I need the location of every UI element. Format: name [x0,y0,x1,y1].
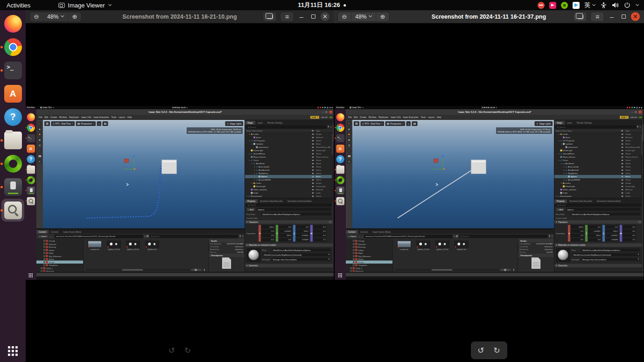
expand-plus-icon[interactable] [43,252,45,254]
expand-arrow-icon[interactable]: ▾ [563,166,565,168]
options-icon[interactable]: ≡ [639,126,641,128]
eye-icon[interactable] [312,166,314,167]
stage-search-input[interactable]: Search [555,125,636,129]
dock-item-firefox[interactable] [1,12,24,35]
expand-plus-icon[interactable] [43,255,45,257]
eye-icon[interactable] [312,182,314,184]
do-not-disturb-icon[interactable] [538,2,545,9]
back-button[interactable]: ‹ [358,235,360,238]
filter-icon[interactable] [239,235,241,237]
file-item[interactable]: lightbox_02.hdr [125,241,141,251]
matrix-value[interactable]: 1.0 [313,238,327,242]
dock-item-ubuntu-software[interactable] [1,82,24,105]
matrix-value[interactable]: 0.00649 [605,238,619,242]
stage-tab[interactable]: Stage [554,121,565,125]
content-tab[interactable]: Isaac Assets (Beta) [61,230,84,234]
dock-item-image-viewer[interactable] [1,199,24,222]
expand-arrow-icon[interactable]: ▾ [249,153,251,155]
stage-tab[interactable]: Render Settings [574,121,594,125]
eye-icon[interactable] [621,146,623,148]
eye-icon[interactable] [312,156,314,158]
property-tab[interactable]: Semantics Schema Editor [595,200,623,203]
stage-tree-row[interactable]: ▾ PhysicsScene PhysicsScene [554,155,642,159]
content-tab[interactable]: Content [346,230,358,234]
eye-icon[interactable] [312,169,314,171]
horizontal-scrollbar[interactable] [395,269,499,271]
checkpoints-header[interactable]: Checkpoints [209,254,245,258]
filter-icon[interactable] [327,126,329,128]
input-method-menu[interactable]: 英 [584,1,595,9]
stage-tree-row[interactable]: ▾ Sphere Mesh [245,175,333,178]
matrix-value[interactable]: 100.0 [571,225,584,229]
grid-view-icon[interactable] [204,269,206,271]
stage-tree-row[interactable]: ▾ DomeLight DomeLight [554,185,642,188]
content-search-input[interactable]: Search [459,235,547,238]
property-tab[interactable]: Semantics Schema Editor [285,200,314,203]
stage-tree-row[interactable]: ▾ AxisAzimuth Xform [554,168,642,172]
type-column-label[interactable]: Type [316,130,320,132]
stage-tree-row[interactable]: ▾ AxisNorth Xform [245,162,333,165]
property-tab[interactable]: Synthetic Data Recorder [567,200,595,203]
matrix-value[interactable]: 0.0 [623,234,636,237]
stage-tree-row[interactable]: ▾ Environment Xform [245,195,333,198]
stage-tree-row[interactable]: ▾ plane Material [245,136,333,139]
eye-icon[interactable] [621,192,623,194]
expand-plus-icon[interactable] [353,252,355,254]
expand-plus-icon[interactable] [350,267,352,269]
property-search-input[interactable]: Search [246,204,332,207]
eye-icon[interactable] [312,140,314,141]
matrix-value[interactable]: 0.00649 [296,238,309,242]
expand-plus-icon[interactable] [43,258,45,260]
stage-tree-row[interactable]: ▾ DomeLight DomeLight [554,149,642,152]
app-menu[interactable]: Image Viewer [58,2,111,9]
stage-tree-row[interactable]: ▾ Looks Scope [554,132,642,136]
eye-icon[interactable] [621,182,623,184]
axis-gizmo[interactable] [432,155,445,170]
eye-icon[interactable] [621,179,623,181]
matrix-value[interactable]: 0.0 [261,229,275,233]
stage-tree-row[interactable]: ▾ Cube Cube [245,191,333,195]
section-options-icon[interactable] [329,221,332,223]
stage-tree-row[interactable]: ▾ Environment Xform [554,195,642,198]
matrix-value[interactable]: -0.00002 [588,229,602,233]
matrix-value[interactable]: 0.0 [605,225,619,229]
geometry-section-header[interactable]: Geometry [554,264,642,268]
expand-arrow-icon[interactable]: ▾ [254,169,256,171]
content-tab[interactable]: Console [357,230,370,234]
green-app-tray-icon[interactable] [561,2,568,9]
dock-item-files[interactable] [1,129,24,152]
path-dropdown-icon[interactable] [144,235,146,237]
matrix-value[interactable]: 0.0 [623,229,636,233]
expand-plus-icon[interactable] [353,246,355,248]
stage-tree-row[interactable]: ▾ OCTCapsule Xform [554,139,642,142]
eye-icon[interactable] [621,137,623,138]
stage-tree-row[interactable]: ▾ ArrowsNWSE Xform [554,178,642,181]
property-tab[interactable]: Property [245,200,258,203]
path-field[interactable]: omniverse://localhost/NVIDIA/Environment… [55,235,143,238]
expand-plus-icon[interactable] [43,240,45,242]
expand-plus-icon[interactable] [353,249,355,251]
stage-tree-row[interactable]: ▾ attachment PhysxPhysicsAtt [554,146,642,149]
eye-icon[interactable] [312,153,314,154]
matrix-value[interactable]: -0.0 [261,238,275,242]
eye-icon[interactable] [621,176,623,177]
expand-plus-icon[interactable] [43,261,45,263]
stage-tree-row[interactable]: ▾ Looks Scope [245,181,333,185]
prim-name-field[interactable]: Sphere [257,208,331,211]
stage-tab[interactable]: Stage [245,121,255,125]
stage-tree-row[interactable]: ▾ tether_material Material [245,188,333,191]
matrix-value[interactable]: 100.0 [279,234,292,237]
matrix-value[interactable]: 0.0 [279,238,292,242]
expand-plus-icon[interactable] [43,265,45,266]
eye-icon[interactable] [312,146,314,148]
filter-icon[interactable] [548,235,551,237]
import-button[interactable]: +Import [38,235,49,238]
content-tab[interactable]: Console [49,230,61,234]
eye-icon[interactable] [312,179,314,181]
stage-tree-row[interactable]: ▾ Looks Scope [554,181,642,185]
expand-plus-icon[interactable] [353,261,355,263]
stage-tree-row[interactable]: ▾ AxisLatitude Xform [554,165,642,168]
stage-tree-row[interactable]: ▾ DomeLight DomeLight [245,149,333,152]
expand-plus-icon[interactable] [353,243,355,245]
eye-icon[interactable] [312,143,314,145]
